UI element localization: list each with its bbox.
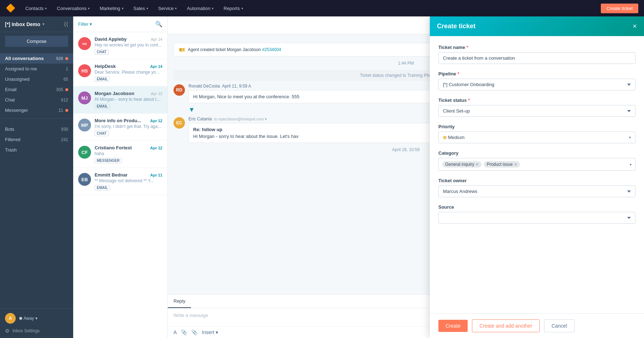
chevron-down-icon: ▾ bbox=[42, 22, 44, 26]
sidebar-nav: All conversations 928 Assigned to me 1 U… bbox=[0, 50, 73, 308]
cancel-button[interactable]: Cancel bbox=[544, 319, 575, 332]
category-tag: Product issue ✕ bbox=[484, 161, 520, 168]
sidebar-user-footer: A Away ▾ bbox=[0, 308, 73, 328]
user-avatar: A bbox=[5, 313, 16, 324]
svg-text:HS: HS bbox=[82, 42, 87, 46]
category-select[interactable]: General inquiry ✕ Product issue ✕ ▾ bbox=[438, 158, 635, 171]
chevron-down-icon: ▾ bbox=[90, 21, 92, 27]
source-label: Source bbox=[438, 204, 635, 210]
list-item[interactable]: MP More info on Produ... Apr 12 I'm sorr… bbox=[73, 114, 167, 141]
priority-select[interactable]: Medium ▾ bbox=[438, 131, 635, 143]
attachment-button[interactable]: 📎 bbox=[181, 329, 187, 335]
top-nav: 🔶 Contacts ▾ Conversations ▾ Marketing ▾… bbox=[0, 0, 644, 16]
category-remove-button[interactable]: ✕ bbox=[476, 162, 479, 167]
chevron-down-icon: ▾ bbox=[175, 6, 177, 10]
sidebar-item-messenger[interactable]: Messenger 11 bbox=[0, 105, 73, 115]
sidebar-item-bots[interactable]: Bots 930 bbox=[0, 124, 73, 134]
pipeline-label: Pipeline * bbox=[438, 71, 635, 76]
unread-dot bbox=[65, 88, 68, 91]
sidebar-item-all-conversations[interactable]: All conversations 928 bbox=[0, 53, 73, 64]
sidebar-collapse-button[interactable]: ⟨⟨ bbox=[64, 21, 68, 28]
user-status[interactable]: Away ▾ bbox=[19, 316, 37, 321]
sidebar-header: [*] Inbox Demo ▾ ⟨⟨ bbox=[0, 16, 73, 32]
gear-icon: ⚙ bbox=[5, 328, 10, 334]
category-tag: General inquiry ✕ bbox=[442, 161, 482, 168]
nav-conversations[interactable]: Conversations ▾ bbox=[52, 0, 94, 16]
emoji-button[interactable]: 📎 bbox=[191, 329, 197, 335]
nav-marketing[interactable]: Marketing ▾ bbox=[95, 0, 127, 16]
source-field: Source bbox=[438, 204, 635, 224]
create-and-add-another-button[interactable]: Create and add another bbox=[472, 319, 540, 332]
ticket-name-field: Ticket name * bbox=[438, 45, 635, 64]
modal-footer: Create Create and add another Cancel bbox=[430, 313, 644, 338]
create-button[interactable]: Create bbox=[438, 320, 468, 332]
text-format-button[interactable]: A bbox=[173, 329, 177, 335]
nav-automation[interactable]: Automation ▾ bbox=[182, 0, 218, 16]
chevron-down-icon: ▾ bbox=[629, 135, 631, 139]
avatar: RD bbox=[173, 84, 185, 96]
category-remove-button[interactable]: ✕ bbox=[514, 162, 517, 167]
ticket-link[interactable]: #2534004 bbox=[262, 47, 281, 52]
ticket-name-label: Ticket name * bbox=[438, 45, 635, 50]
chevron-down-icon: ▾ bbox=[630, 163, 632, 166]
expand-button[interactable]: ▼ bbox=[188, 106, 195, 114]
ticket-name-input[interactable] bbox=[438, 52, 635, 64]
nav-service[interactable]: Service ▾ bbox=[154, 0, 181, 16]
priority-label: Priority bbox=[438, 124, 635, 129]
conv-list-header: Filter ▾ 🔍 bbox=[73, 16, 167, 32]
nav-contacts[interactable]: Contacts ▾ bbox=[21, 0, 51, 16]
modal-header: Create ticket × bbox=[430, 16, 644, 36]
avatar: HS bbox=[78, 64, 91, 77]
avatar: MP bbox=[78, 119, 91, 131]
ticket-owner-label: Ticket owner bbox=[438, 178, 635, 183]
nav-create-ticket-button[interactable]: Create ticket bbox=[601, 4, 638, 13]
sender-name: Eric Catania bbox=[188, 116, 212, 121]
tab-reply[interactable]: Reply bbox=[168, 295, 191, 308]
sidebar-item-unassigned[interactable]: Unassigned 65 bbox=[0, 74, 73, 84]
inbox-name[interactable]: [*] Inbox Demo ▾ bbox=[5, 21, 44, 27]
hubspot-logo[interactable]: 🔶 bbox=[6, 4, 15, 13]
sidebar-item-assigned-to-me[interactable]: Assigned to me 1 bbox=[0, 64, 73, 74]
avatar: EC bbox=[173, 117, 185, 129]
list-item[interactable]: HS David Appleby Apr 14 Hey no worries l… bbox=[73, 32, 167, 59]
list-item[interactable]: HS HelpDesk Apr 14 Dear Service, Please … bbox=[73, 59, 167, 86]
ticket-status-label: Ticket status * bbox=[438, 98, 635, 103]
ticket-icon: 🎫 bbox=[179, 47, 185, 53]
sidebar-item-email[interactable]: Email 305 bbox=[0, 84, 73, 95]
nav-sales[interactable]: Sales ▾ bbox=[129, 0, 153, 16]
pipeline-field: Pipeline * [*] Customer Onboarding bbox=[438, 71, 635, 90]
source-select[interactable] bbox=[438, 212, 635, 224]
chevron-down-icon: ▾ bbox=[45, 6, 47, 10]
avatar: HS bbox=[78, 37, 91, 50]
message-time: April 11, 9:59 A bbox=[222, 84, 251, 89]
chevron-down-icon: ▾ bbox=[88, 6, 90, 10]
sidebar: [*] Inbox Demo ▾ ⟨⟨ Compose All conversa… bbox=[0, 16, 73, 338]
filter-button[interactable]: Filter ▾ bbox=[78, 21, 92, 27]
search-button[interactable]: 🔍 bbox=[155, 21, 162, 28]
priority-field: Priority Medium ▾ bbox=[438, 124, 635, 143]
sender-name: Ronald DeCosta bbox=[188, 84, 220, 89]
sidebar-item-chat[interactable]: Chat 612 bbox=[0, 95, 73, 105]
modal-title: Create ticket bbox=[437, 23, 476, 30]
ticket-status-field: Ticket status * Client Set-up bbox=[438, 98, 635, 117]
compose-button[interactable]: Compose bbox=[5, 36, 68, 47]
pipeline-select[interactable]: [*] Customer Onboarding bbox=[438, 79, 635, 90]
category-label: Category bbox=[438, 150, 635, 156]
modal-close-button[interactable]: × bbox=[633, 22, 637, 30]
ticket-owner-select[interactable]: Marcus Andrews bbox=[438, 185, 635, 197]
recipient: to mjacobson@hubspot.com ▾ bbox=[214, 117, 267, 121]
unread-dot bbox=[65, 57, 68, 60]
priority-dot bbox=[443, 136, 447, 139]
list-item[interactable]: EB Emmitt Bednar Apr 11 ** Message not d… bbox=[73, 168, 167, 195]
ticket-status-select[interactable]: Client Set-up bbox=[438, 105, 635, 117]
list-item[interactable]: MJ Morgan Jacobson Apr 12 Hi Morgan - so… bbox=[73, 86, 167, 114]
chevron-down-icon: ▾ bbox=[212, 6, 213, 10]
sidebar-item-filtered[interactable]: Filtered 241 bbox=[0, 134, 73, 145]
nav-reports[interactable]: Reports ▾ bbox=[219, 0, 247, 16]
sidebar-item-trash[interactable]: Trash bbox=[0, 145, 73, 155]
inbox-settings-link[interactable]: ⚙ Inbox Settings bbox=[0, 328, 73, 338]
list-item[interactable]: CF Cristiano Fortest Apr 12 haha MESSENG… bbox=[73, 141, 167, 168]
insert-button[interactable]: Insert ▾ bbox=[202, 329, 218, 335]
avatar: EB bbox=[78, 173, 91, 186]
avatar: CF bbox=[78, 146, 91, 159]
